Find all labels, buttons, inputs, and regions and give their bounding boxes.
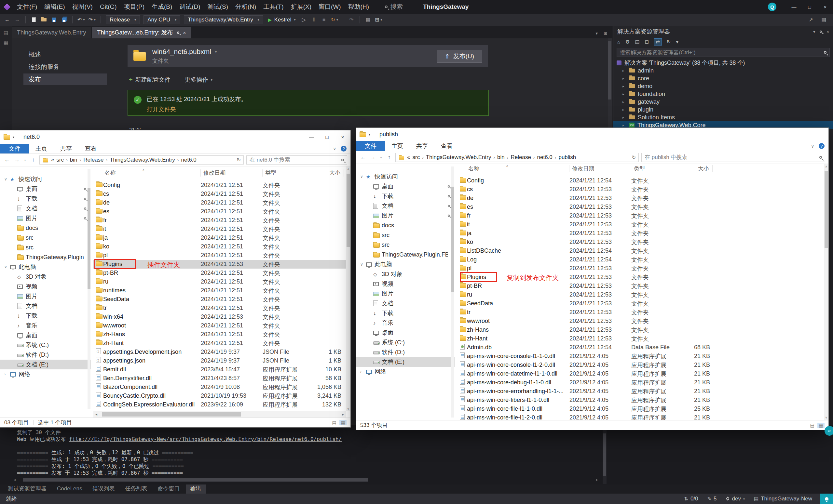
nav-item[interactable]: 软件 (D:): [356, 347, 455, 357]
scroll-left-icon[interactable]: ◄: [13, 478, 16, 482]
scroll-left-icon[interactable]: ◄: [95, 413, 98, 416]
nav-item[interactable]: 文档 (E:): [356, 357, 455, 367]
api-ms-win-core-console-l1-2-0.dll[interactable]: api-ms-win-core-console-l1-2-0.dll 2021/…: [457, 361, 824, 369]
publish-url-link[interactable]: file:///E:/Tg/ThingsGateway-New/src/Thin…: [69, 436, 342, 442]
save-icon[interactable]: [51, 18, 57, 22]
nav-item[interactable]: 文档: [356, 299, 455, 308]
cs[interactable]: cs 2024/1/21 12:53 文件夹: [457, 185, 824, 194]
it[interactable]: it 2024/1/21 12:51 文件夹: [93, 225, 346, 233]
api-ms-win-core-errorhandling-l1-1-...[interactable]: api-ms-win-core-errorhandling-l1-1-... 2…: [457, 387, 824, 396]
nav-item[interactable]: 桌面: [0, 184, 91, 194]
nav-item[interactable]: 音乐: [356, 318, 455, 328]
breadcrumb-overflow[interactable]: «: [407, 154, 410, 161]
horizontal-scrollbar[interactable]: ◄ ►: [93, 411, 346, 418]
wwwroot[interactable]: wwwroot 2024/1/21 12:53 文件夹: [457, 317, 824, 326]
breadcrumb-item[interactable]: src: [56, 157, 64, 163]
chevron-icon[interactable]: ›: [4, 372, 10, 377]
nav-item[interactable]: 系统 (C:): [356, 337, 455, 347]
ko[interactable]: ko 2024/1/21 12:51 文件夹: [93, 242, 346, 251]
chevron-right-icon[interactable]: ▸: [622, 108, 626, 112]
tree-item[interactable]: ▸ gateway: [613, 98, 833, 106]
menu-item[interactable]: 帮助(H): [344, 0, 373, 14]
output-horizontal-scrollbar[interactable]: ◄ ►: [13, 478, 599, 482]
nav-item[interactable]: src: [0, 233, 91, 243]
Log[interactable]: Log 2024/1/21 12:54 文件夹: [457, 255, 824, 264]
column-header-size[interactable]: 大小: [683, 165, 713, 172]
nav-item[interactable]: docs: [356, 221, 455, 230]
close-icon[interactable]: ×: [827, 29, 829, 34]
wwwroot[interactable]: wwwroot 2024/1/21 12:51 文件夹: [93, 321, 346, 330]
feedback-icon[interactable]: ▤: [820, 17, 827, 23]
hot-reload-icon[interactable]: ↻▾: [331, 17, 338, 23]
column-header-size[interactable]: 大小: [316, 170, 344, 177]
nav-item[interactable]: 软件 (D:): [0, 350, 91, 360]
menu-item[interactable]: 窗口(W): [315, 0, 344, 14]
chevron-icon[interactable]: ∨: [4, 265, 10, 269]
configuration-dropdown[interactable]: Release▾: [106, 15, 140, 24]
collapse-ribbon-icon[interactable]: ∨: [811, 144, 814, 149]
publish-nav-item[interactable]: 概述: [23, 49, 107, 60]
breadcrumb-item[interactable]: net6.0: [537, 154, 552, 161]
nav-item[interactable]: ThingsGateway.Plugin.FBModbu: [0, 252, 91, 262]
pt-BR[interactable]: pt-BR 2024/1/21 12:53 文件夹: [457, 282, 824, 291]
de[interactable]: de 2024/1/21 12:51 文件夹: [93, 198, 346, 207]
large-icons-view-icon[interactable]: ▦: [817, 423, 825, 428]
ja[interactable]: ja 2024/1/21 12:53 文件夹: [457, 229, 824, 238]
nav-item[interactable]: 3D 对象: [356, 269, 455, 279]
nav-item[interactable]: 文档: [0, 204, 91, 213]
refresh-icon[interactable]: ↻: [237, 157, 241, 163]
es[interactable]: es 2024/1/21 12:51 文件夹: [93, 207, 346, 216]
minimize-button[interactable]: —: [786, 0, 802, 14]
list-scrollbar[interactable]: ∧∨: [346, 167, 351, 411]
find-in-files-icon[interactable]: ▤: [365, 17, 371, 23]
home-icon[interactable]: ⌂: [617, 39, 620, 45]
appsettings.json[interactable]: appsettings.json 2024/1/19 9:37 JSON Fil…: [93, 356, 346, 365]
explorer-search-box[interactable]: [641, 153, 825, 162]
nav-item[interactable]: 图片: [0, 213, 91, 223]
pin-icon[interactable]: [176, 31, 180, 34]
api-ms-win-core-fibers-l1-1-0.dll[interactable]: api-ms-win-core-fibers-l1-1-0.dll 2021/9…: [457, 396, 824, 404]
sync-with-active-document-icon[interactable]: ⇄: [654, 39, 662, 45]
solution-search-box[interactable]: [617, 48, 830, 57]
nav-item[interactable]: ∨ 快速访问: [356, 172, 455, 181]
it[interactable]: it 2024/1/21 12:53 文件夹: [457, 220, 824, 229]
chevron-right-icon[interactable]: ▸: [622, 100, 626, 104]
appsettings.Development.json[interactable]: appsettings.Development.json 2024/1/19 9…: [93, 348, 346, 356]
breadcrumb-item[interactable]: ThingsGateway.Web.Entry: [426, 154, 491, 161]
details-view-icon[interactable]: ▤: [331, 420, 338, 425]
api-ms-win-core-console-l1-1-0.dll[interactable]: api-ms-win-core-console-l1-1-0.dll 2021/…: [457, 352, 824, 361]
tree-item[interactable]: ▸ plugin: [613, 106, 833, 114]
nav-item[interactable]: ∨ 此电脑: [356, 259, 455, 269]
quick-access-toolbar-dropdown-icon[interactable]: ▾: [13, 135, 14, 139]
breadcrumb-item[interactable]: bin: [497, 154, 505, 161]
tree-item[interactable]: ▸ core: [613, 74, 833, 82]
nav-item[interactable]: 下载: [356, 308, 455, 318]
ribbon-tab[interactable]: 查看: [78, 144, 103, 153]
collapse-all-icon[interactable]: ⊟: [645, 39, 649, 45]
ribbon-tab[interactable]: 查看: [434, 141, 459, 151]
up-icon[interactable]: ↑: [386, 154, 393, 161]
redo-icon[interactable]: ↷▾: [88, 17, 95, 23]
chevron-icon[interactable]: ∨: [360, 174, 366, 179]
open-folder-link[interactable]: 打开文件夹: [147, 105, 176, 113]
ja[interactable]: ja 2024/1/21 12:51 文件夹: [93, 233, 346, 242]
active-files-dropdown-icon[interactable]: ▾: [596, 31, 598, 36]
close-button[interactable]: ×: [817, 0, 833, 14]
startup-project-dropdown[interactable]: ThingsGateway.Web.Entry▾: [184, 15, 263, 24]
float-window-icon[interactable]: ⊞: [603, 31, 607, 36]
column-header-name[interactable]: ∧名称: [457, 165, 569, 172]
maximize-button[interactable]: □: [319, 130, 335, 144]
cs[interactable]: cs 2024/1/21 12:51 文件夹: [93, 190, 346, 198]
nav-item[interactable]: › 网络: [0, 369, 91, 379]
column-header-name[interactable]: ∧名称: [93, 170, 201, 177]
titlebar-search[interactable]: 搜索: [385, 3, 403, 11]
runtimes[interactable]: runtimes 2024/1/21 12:51 文件夹: [93, 286, 346, 295]
filter-icon[interactable]: ▾: [676, 39, 679, 45]
new-file-icon[interactable]: [30, 17, 37, 22]
nav-item[interactable]: 3D 对象: [0, 272, 91, 282]
open-folder-icon[interactable]: [41, 18, 47, 22]
nav-item[interactable]: ∨ 快速访问: [0, 174, 91, 184]
zh-Hant[interactable]: zh-Hant 2024/1/21 12:53 文件夹: [457, 334, 824, 343]
menu-item[interactable]: 测试(S): [204, 0, 232, 14]
nav-item[interactable]: 音乐: [0, 321, 91, 330]
